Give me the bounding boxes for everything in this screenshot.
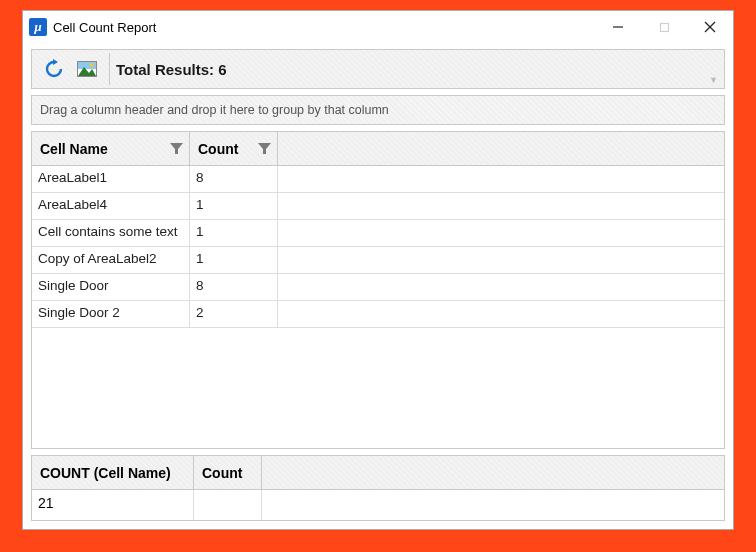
cell-count: 1 — [190, 247, 278, 273]
svg-marker-10 — [258, 143, 271, 154]
summary-count-cell — [194, 490, 262, 520]
filter-icon[interactable] — [258, 142, 271, 155]
data-grid: Cell Name Count AreaLabel18AreaLabel41Ce… — [31, 131, 725, 449]
cell-name: AreaLabel1 — [32, 166, 190, 192]
summary-col-name[interactable]: COUNT (Cell Name) — [32, 456, 194, 489]
group-by-drop-area[interactable]: Drag a column header and drop it here to… — [31, 95, 725, 125]
cell-count: 8 — [190, 166, 278, 192]
image-button[interactable] — [72, 56, 102, 82]
close-button[interactable] — [687, 11, 733, 43]
summary-row[interactable]: 21 — [32, 490, 724, 520]
total-results-label: Total Results: 6 — [116, 61, 227, 78]
column-header-cell-name[interactable]: Cell Name — [32, 132, 190, 165]
table-row[interactable]: AreaLabel41 — [32, 193, 724, 220]
app-icon: µ — [29, 18, 47, 36]
cell-name: AreaLabel4 — [32, 193, 190, 219]
summary-grid: COUNT (Cell Name) Count 21 — [31, 455, 725, 521]
cell-name: Single Door 2 — [32, 301, 190, 327]
toolbar: Total Results: 6 ▼ — [31, 49, 725, 89]
refresh-button[interactable] — [39, 56, 69, 82]
filter-icon[interactable] — [170, 142, 183, 155]
table-row[interactable]: Single Door8 — [32, 274, 724, 301]
summary-col-count[interactable]: Count — [194, 456, 262, 489]
cell-name: Cell contains some text — [32, 220, 190, 246]
window-title: Cell Count Report — [53, 20, 595, 35]
cell-name: Copy of AreaLabel2 — [32, 247, 190, 273]
cell-count: 1 — [190, 220, 278, 246]
cell-count: 1 — [190, 193, 278, 219]
grid-header-row: Cell Name Count — [32, 132, 724, 166]
maximize-button[interactable] — [641, 11, 687, 43]
svg-marker-4 — [53, 59, 58, 65]
toolbar-overflow-icon[interactable]: ▼ — [709, 75, 718, 85]
app-window: µ Cell Count Report — [22, 10, 734, 530]
titlebar: µ Cell Count Report — [23, 11, 733, 43]
column-header-count[interactable]: Count — [190, 132, 278, 165]
cell-count: 2 — [190, 301, 278, 327]
svg-rect-1 — [660, 23, 668, 31]
table-row[interactable]: Copy of AreaLabel21 — [32, 247, 724, 274]
svg-point-8 — [90, 63, 94, 67]
grid-body: AreaLabel18AreaLabel41Cell contains some… — [32, 166, 724, 448]
summary-header-row: COUNT (Cell Name) Count — [32, 456, 724, 490]
minimize-button[interactable] — [595, 11, 641, 43]
toolbar-separator — [109, 53, 110, 85]
summary-value: 21 — [32, 490, 194, 520]
cell-name: Single Door — [32, 274, 190, 300]
table-row[interactable]: Cell contains some text1 — [32, 220, 724, 247]
table-row[interactable]: Single Door 22 — [32, 301, 724, 328]
table-row[interactable]: AreaLabel18 — [32, 166, 724, 193]
svg-marker-9 — [170, 143, 183, 154]
cell-count: 8 — [190, 274, 278, 300]
